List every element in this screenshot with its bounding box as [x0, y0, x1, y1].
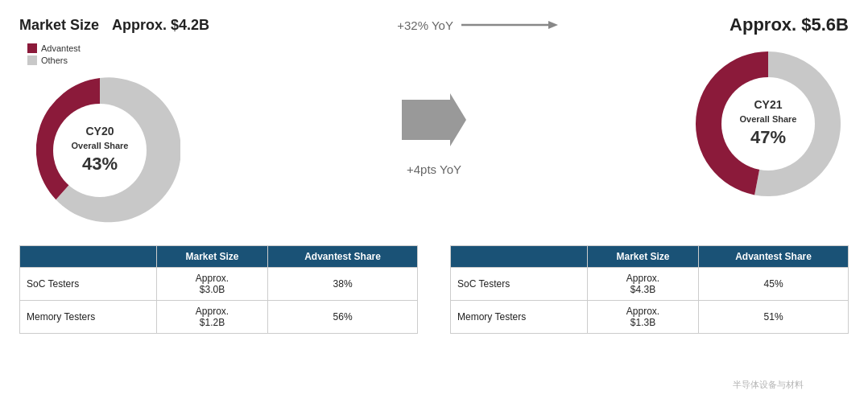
legend-others: Others [27, 55, 81, 65]
chart-left-share-text: Overall Share [72, 140, 129, 152]
svg-marker-1 [548, 21, 558, 29]
table-left: Market Size Advantest Share SoC Testers … [19, 245, 418, 334]
donut-label-right: CY21 Overall Share 47% [740, 97, 797, 150]
table-left-row0-market: Approx.$3.0B [156, 268, 267, 301]
approx-right-value: Approx. $5.6B [730, 14, 849, 35]
header-row: Market Size Approx. $4.2B +32% YoY Appro… [19, 14, 849, 35]
table-row: SoC Testers Approx.$4.3B 45% [451, 268, 849, 301]
chart-left-year: CY20 [72, 124, 129, 140]
table-right-content: Market Size Advantest Share SoC Testers … [450, 245, 849, 334]
table-right-row1-share: 51% [699, 301, 849, 334]
chart-right-pct: 47% [740, 125, 797, 150]
market-size-label: Market Size [19, 17, 99, 34]
table-right-row1-market: Approx.$1.3B [587, 301, 698, 334]
svg-marker-3 [402, 93, 466, 146]
pts-yoy-label: +4pts YoY [407, 162, 461, 176]
advantest-label: Advantest [41, 43, 81, 53]
header-arrow-area: +32% YoY [225, 18, 730, 32]
table-right-row0-label: SoC Testers [451, 268, 588, 301]
legend-left: Advantest Others [27, 43, 81, 65]
watermark: 半导体设备与材料 [733, 379, 804, 391]
table-right-col1-header: Market Size [587, 246, 698, 268]
table-left-col2-header: Advantest Share [268, 246, 418, 268]
donut-chart-right: CY21 Overall Share 47% [688, 43, 849, 204]
legend-advantest: Advantest [27, 43, 81, 53]
donut-chart-left: CY20 Overall Share 43% [19, 70, 180, 231]
chart-section-left: Advantest Others [19, 43, 382, 231]
donut-label-left: CY20 Overall Share 43% [72, 124, 129, 177]
others-label: Others [41, 55, 68, 65]
table-left-row0-label: SoC Testers [20, 268, 157, 301]
table-right-col2-header: Advantest Share [699, 246, 849, 268]
table-left-row1-label: Memory Testers [20, 301, 157, 334]
table-row: Memory Testers Approx.$1.3B 51% [451, 301, 849, 334]
table-left-row0-share: 38% [268, 268, 418, 301]
charts-row: Advantest Others [19, 43, 849, 231]
table-left-col1-header: Market Size [156, 246, 267, 268]
table-right-row0-market: Approx.$4.3B [587, 268, 698, 301]
table-right-row0-share: 45% [699, 268, 849, 301]
table-right-col0-header [451, 246, 588, 268]
header-arrow [461, 18, 558, 32]
table-left-row1-share: 56% [268, 301, 418, 334]
table-left-col0-header [20, 246, 157, 268]
middle-section: +4pts YoY [382, 92, 486, 176]
chart-right-year: CY21 [740, 97, 797, 113]
chart-left-pct: 43% [72, 152, 129, 177]
table-left-content: Market Size Advantest Share SoC Testers … [19, 245, 418, 334]
table-left-row1-market: Approx.$1.2B [156, 301, 267, 334]
advantest-swatch [27, 43, 37, 53]
table-row: SoC Testers Approx.$3.0B 38% [20, 268, 418, 301]
table-left-header-row: Market Size Advantest Share [20, 246, 418, 268]
table-row: Memory Testers Approx.$1.2B 56% [20, 301, 418, 334]
yoy-pct-label: +32% YoY [397, 18, 453, 32]
table-right: Market Size Advantest Share SoC Testers … [450, 245, 849, 334]
others-swatch [27, 55, 37, 65]
table-right-row1-label: Memory Testers [451, 301, 588, 334]
chart-section-right: CY21 Overall Share 47% [486, 43, 849, 204]
table-right-header-row: Market Size Advantest Share [451, 246, 849, 268]
approx-left-value: Approx. $4.2B [112, 17, 209, 34]
tables-row: Market Size Advantest Share SoC Testers … [19, 245, 849, 334]
middle-arrow [398, 92, 470, 148]
chart-right-share-text: Overall Share [740, 113, 797, 125]
